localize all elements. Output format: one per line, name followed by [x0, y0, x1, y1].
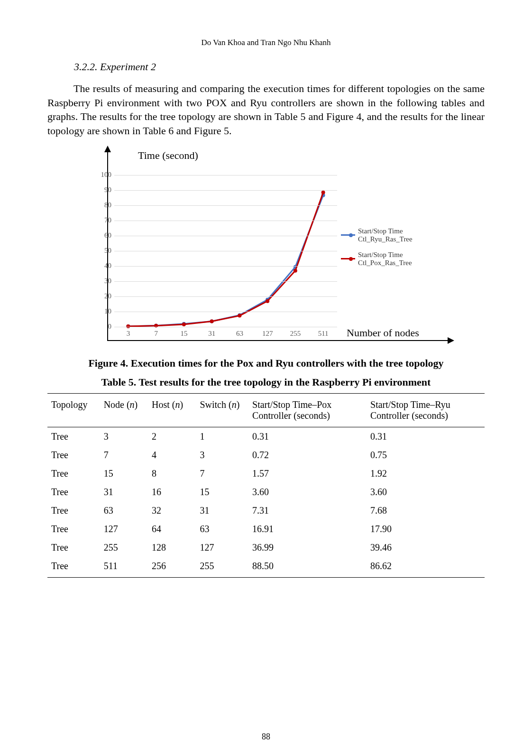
table-header-cell: Host (n) — [148, 393, 196, 427]
series-line — [128, 195, 323, 326]
x-tick-label: 7 — [147, 330, 165, 338]
table-cell: 511 — [100, 557, 148, 578]
table-cell: Tree — [47, 557, 100, 578]
table-header-cell: Node (n) — [100, 393, 148, 427]
gridline — [114, 221, 337, 221]
y-axis-title: Time (second) — [138, 149, 198, 162]
table-cell: 31 — [100, 483, 148, 501]
gridline — [114, 281, 337, 282]
table-cell: 0.75 — [367, 446, 485, 464]
series-point — [210, 319, 214, 323]
table-cell: 7 — [196, 464, 248, 483]
legend-entry-pox: Start/Stop Time Ctl_Pox_Ras_Tree — [341, 251, 445, 267]
table-cell: 31 — [196, 501, 248, 520]
table-cell: 7 — [100, 446, 148, 464]
x-axis-title: Number of nodes — [347, 327, 419, 339]
y-tick-label: 70 — [97, 216, 111, 224]
gridline — [114, 236, 337, 236]
y-tick-label: 60 — [97, 231, 111, 240]
table-cell: 0.72 — [248, 446, 367, 464]
series-point — [238, 313, 241, 317]
table-cell: 7.68 — [367, 501, 485, 520]
table-header-row: TopologyNode (n)Host (n)Switch (n)Start/… — [47, 393, 485, 427]
table-cell: 128 — [148, 538, 196, 557]
gridline — [114, 175, 337, 175]
x-tick-label: 127 — [258, 330, 277, 338]
legend-swatch-pox — [341, 258, 355, 259]
figure-caption: Figure 4. Execution times for the Pox an… — [47, 357, 485, 369]
series-point — [294, 268, 297, 272]
y-tick-label: 90 — [97, 186, 111, 194]
table-cell: 86.62 — [367, 557, 485, 578]
x-axis-line — [107, 340, 449, 341]
table-cell: 256 — [148, 557, 196, 578]
x-tick-label: 63 — [230, 330, 249, 338]
section-heading: 3.2.2. Experiment 2 — [74, 61, 485, 73]
table-cell: 255 — [100, 538, 148, 557]
table-cell: Tree — [47, 538, 100, 557]
chart-legend: Start/Stop Time Ctl_Ryu_Ras_Tree Start/S… — [341, 227, 445, 268]
table-cell: 2 — [148, 427, 196, 446]
series-point — [266, 299, 269, 303]
x-tick-label: 31 — [202, 330, 221, 338]
table-cell: 16 — [148, 483, 196, 501]
legend-entry-ryu: Start/Stop Time Ctl_Ryu_Ras_Tree — [341, 227, 445, 243]
table-cell: 3.60 — [248, 483, 367, 501]
x-tick-label: 511 — [314, 330, 333, 338]
table-cell: 7.31 — [248, 501, 367, 520]
table-cell: 4 — [148, 446, 196, 464]
y-tick-label: 80 — [97, 201, 111, 209]
table-cell: Tree — [47, 446, 100, 464]
table-row: Tree127646316.9117.90 — [47, 520, 485, 538]
x-tick-label: 15 — [174, 330, 193, 338]
y-tick-label: 10 — [97, 307, 111, 315]
series-point — [126, 324, 130, 328]
gridline — [114, 296, 337, 297]
gridline — [114, 266, 337, 267]
table-cell: Tree — [47, 520, 100, 538]
series-point — [321, 191, 325, 194]
gridline — [114, 327, 337, 327]
legend-label-ryu: Start/Stop Time Ctl_Ryu_Ras_Tree — [358, 227, 439, 243]
y-tick-label: 40 — [97, 262, 111, 270]
chart-area: Time (second) Number of nodes 0102030405… — [81, 147, 451, 350]
table-cell: Tree — [47, 483, 100, 501]
table-cell: Tree — [47, 501, 100, 520]
figure-4: Time (second) Number of nodes 0102030405… — [81, 147, 451, 350]
gridline — [114, 251, 337, 251]
y-tick-label: 20 — [97, 292, 111, 300]
table-cell: 1.57 — [248, 464, 367, 483]
running-head: Do Van Khoa and Tran Ngo Nhu Khanh — [47, 38, 485, 47]
series-point — [182, 323, 186, 326]
table-cell: 15 — [100, 464, 148, 483]
series-line — [128, 193, 323, 326]
table-header-cell: Start/Stop Time–Pox Controller (seconds) — [248, 393, 367, 427]
table-cell: 36.99 — [248, 538, 367, 557]
table-cell: 127 — [196, 538, 248, 557]
table-cell: 88.50 — [248, 557, 367, 578]
table-cell: 127 — [100, 520, 148, 538]
plot-region: 010203040506070809010037153163127255511 — [114, 175, 337, 327]
table-caption: Table 5. Test results for the tree topol… — [47, 376, 485, 388]
table-cell: 3 — [196, 446, 248, 464]
y-tick-label: 50 — [97, 247, 111, 255]
gridline — [114, 190, 337, 191]
table-cell: 1 — [196, 427, 248, 446]
table-cell: 32 — [148, 501, 196, 520]
table-cell: 1.92 — [367, 464, 485, 483]
x-tick-label: 255 — [286, 330, 305, 338]
y-tick-label: 30 — [97, 277, 111, 285]
legend-dot-ryu — [349, 233, 353, 237]
gridline — [114, 205, 337, 206]
table-cell: 0.31 — [248, 427, 367, 446]
table-cell: 3.60 — [367, 483, 485, 501]
table-5: TopologyNode (n)Host (n)Switch (n)Start/… — [47, 393, 485, 578]
table-row: Tree51125625588.5086.62 — [47, 557, 485, 578]
page-number: 88 — [0, 732, 532, 742]
table-row: Tree7430.720.75 — [47, 446, 485, 464]
y-tick-label: 100 — [97, 171, 111, 179]
table-cell: 255 — [196, 557, 248, 578]
table-cell: 15 — [196, 483, 248, 501]
table-cell: Tree — [47, 427, 100, 446]
table-cell: 63 — [100, 501, 148, 520]
